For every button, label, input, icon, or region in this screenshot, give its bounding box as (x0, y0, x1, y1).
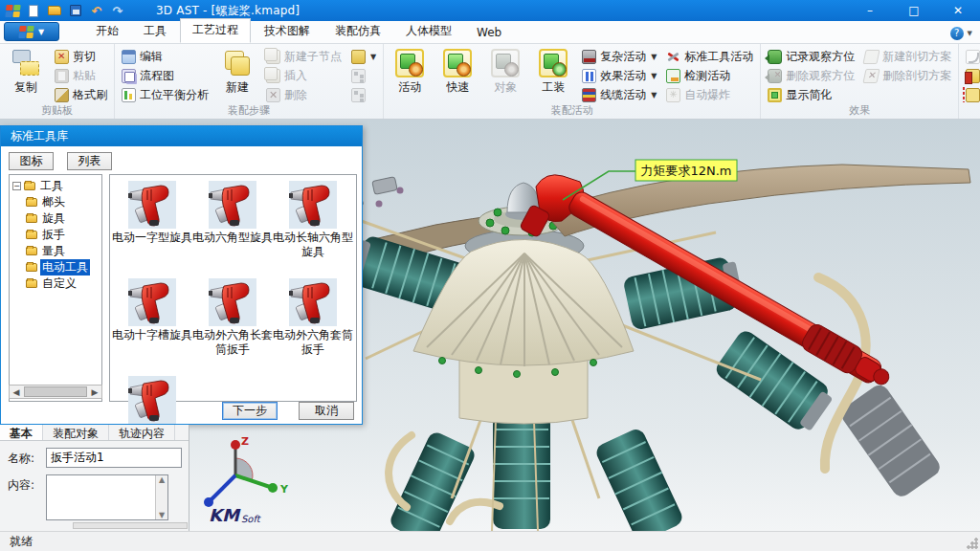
tooling-button[interactable]: 工装 (532, 47, 574, 96)
delete-view-button[interactable]: 删除观察方位 (766, 66, 857, 85)
icons-view-button[interactable]: 图标 (9, 152, 54, 170)
new-child-node-button[interactable]: 新建子节点 (264, 47, 344, 66)
object-button[interactable]: 对象 (484, 47, 526, 96)
format-painter-button[interactable]: 格式刷 (53, 85, 109, 104)
new-step-button[interactable]: 新建 (216, 47, 258, 96)
list-view-button[interactable]: 列表 (67, 152, 112, 170)
tree-item-hammer[interactable]: 榔头 (26, 194, 101, 210)
tree-root-tools[interactable]: − 工具 (12, 178, 101, 194)
scroll-right-icon[interactable]: ▶ (88, 387, 101, 397)
tab-tech-illustration[interactable]: 技术图解 (253, 20, 322, 43)
quick-activity-icon (443, 49, 472, 77)
delete-section-button[interactable]: 删除剖切方案 (862, 66, 953, 85)
detect-activity-button[interactable]: 检测活动 (664, 66, 755, 85)
close-button[interactable]: ✕ (936, 0, 980, 21)
group-label-effects: 效果 (761, 103, 958, 118)
step-grid-icon (351, 50, 366, 64)
tab-assembly-simulation[interactable]: 装配仿真 (323, 20, 392, 43)
undo-icon[interactable]: ↶ (89, 3, 104, 18)
record-view-button[interactable]: 记录观察方位 (766, 47, 857, 66)
activity-content-textarea[interactable]: ▲ ▼ (46, 474, 168, 520)
tab-tools[interactable]: 工具 (132, 20, 178, 43)
content-vertical-scrollbar[interactable]: ▲ ▼ (155, 475, 167, 519)
simulation-order-button[interactable]: 仿真顺序 (964, 47, 980, 66)
redo-icon[interactable]: ↷ (110, 3, 125, 18)
help-icon[interactable]: ? (950, 27, 964, 40)
tab-trajectory-content[interactable]: 轨迹内容 (109, 425, 175, 440)
new-section-button[interactable]: 新建剖切方案 (862, 47, 953, 66)
edit-button[interactable]: 编辑 (120, 47, 211, 66)
tool-item[interactable]: 电动六角型旋具 (192, 181, 273, 278)
delete-button[interactable]: 删除 (264, 85, 344, 104)
tab-web[interactable]: Web (465, 23, 513, 43)
resize-grip[interactable] (967, 538, 978, 549)
tree-item-power-tools[interactable]: 电动工具 (26, 259, 101, 276)
tool-item[interactable]: 电动一字型旋具 (112, 181, 192, 278)
copy-button[interactable]: 复制 (5, 47, 47, 96)
station-balance-button[interactable]: 工位平衡分析 (120, 85, 211, 104)
step-tree2-button[interactable] (349, 85, 378, 104)
activity-name-input[interactable] (46, 448, 182, 468)
step-tree-button[interactable] (349, 66, 378, 85)
tool-item[interactable]: 电动长轴六角型旋具 (273, 181, 353, 278)
panel-horizontal-scrollbar[interactable] (73, 522, 188, 529)
flowchart-button[interactable]: 流程图 (120, 66, 211, 85)
quick-activity-button[interactable]: 快速 (436, 47, 479, 96)
cancel-button[interactable]: 取消 (299, 402, 354, 420)
display-simplify-button[interactable]: 显示简化 (766, 85, 857, 104)
activity-button[interactable]: 活动 (389, 47, 431, 96)
tab-human-model[interactable]: 人体模型 (394, 20, 463, 43)
tool-item[interactable]: 电动外六角长套筒扳手 (192, 278, 273, 376)
save-icon[interactable] (68, 3, 83, 18)
tree-item-custom[interactable]: 自定义 (26, 276, 101, 292)
tree-expander-icon[interactable]: − (12, 182, 21, 190)
standard-tool-icon (666, 50, 680, 64)
step-grid-button[interactable]: ▼ (349, 47, 378, 66)
tab-assembly-object[interactable]: 装配对象 (43, 425, 109, 440)
tool-item[interactable]: 电动十字槽旋具 (112, 278, 192, 376)
tab-process[interactable]: 工艺过程 (180, 18, 251, 43)
scroll-thumb[interactable] (24, 386, 87, 397)
tab-start[interactable]: 开始 (84, 20, 130, 43)
axis-z-label: Z (241, 435, 249, 448)
effect-activity-button[interactable]: 效果活动▼ (580, 66, 658, 85)
new-child-node-icon (266, 50, 280, 64)
tool-category-tree[interactable]: − 工具 榔头 旋具 扳手 量具 电动工具 (9, 174, 102, 402)
app-menu-button[interactable]: ▼ (4, 22, 59, 41)
scroll-up-icon[interactable]: ▲ (156, 475, 167, 484)
tool-item[interactable]: 电动外六角套筒扳手 (273, 278, 353, 376)
ribbon-group-others: 仿真顺序 干涉检查点 装配轨迹路径 自动分配孔位 制孔推理 其它 (959, 44, 980, 119)
insert-button[interactable]: 插入 (264, 66, 344, 85)
app-logo-icon[interactable] (5, 5, 20, 17)
open-folder-icon[interactable] (47, 3, 62, 18)
delete-view-icon (768, 69, 782, 83)
new-document-icon[interactable] (26, 3, 41, 18)
minimize-button[interactable]: – (848, 0, 892, 21)
cable-activity-button[interactable]: 线缆活动▼ (580, 85, 658, 104)
interference-check-button[interactable]: 干涉检查点 (964, 66, 980, 85)
tab-basic[interactable]: 基本 (0, 425, 43, 440)
tree-horizontal-scrollbar[interactable]: ◀ ▶ (9, 385, 102, 399)
folder-icon (26, 247, 37, 255)
paste-button[interactable]: 粘贴 (53, 66, 109, 85)
maximize-button[interactable]: □ (892, 0, 936, 21)
ribbon-options-dropdown-icon[interactable]: ▼ (968, 30, 972, 37)
tree-item-wrenches[interactable]: 扳手 (26, 227, 101, 243)
next-button[interactable]: 下一步 (222, 402, 278, 420)
activity-icon (395, 49, 424, 77)
dialog-title-bar[interactable]: 标准工具库 (1, 126, 362, 146)
tree-item-measuring[interactable]: 量具 (26, 243, 101, 259)
complex-activity-button[interactable]: 复杂活动▼ (580, 47, 658, 66)
dropdown-arrow-icon: ▼ (651, 72, 657, 80)
tree-item-screwdrivers[interactable]: 旋具 (26, 210, 101, 227)
scroll-left-icon[interactable]: ◀ (10, 387, 23, 397)
delete-icon (266, 88, 280, 102)
standard-tool-activity-button[interactable]: 标准工具活动 (664, 47, 755, 66)
scroll-down-icon[interactable]: ▼ (156, 511, 167, 519)
dialog-footer: 下一步 取消 (1, 402, 362, 420)
title-bar: ↶ ↷ 3D AST - [螺旋桨.kmapd] – □ ✕ (0, 0, 980, 21)
cut-button[interactable]: 剪切 (53, 47, 109, 66)
detect-activity-icon (666, 69, 680, 83)
auto-explode-button[interactable]: 自动爆炸 (664, 85, 755, 104)
trajectory-path-button[interactable]: 装配轨迹路径 (964, 85, 980, 104)
